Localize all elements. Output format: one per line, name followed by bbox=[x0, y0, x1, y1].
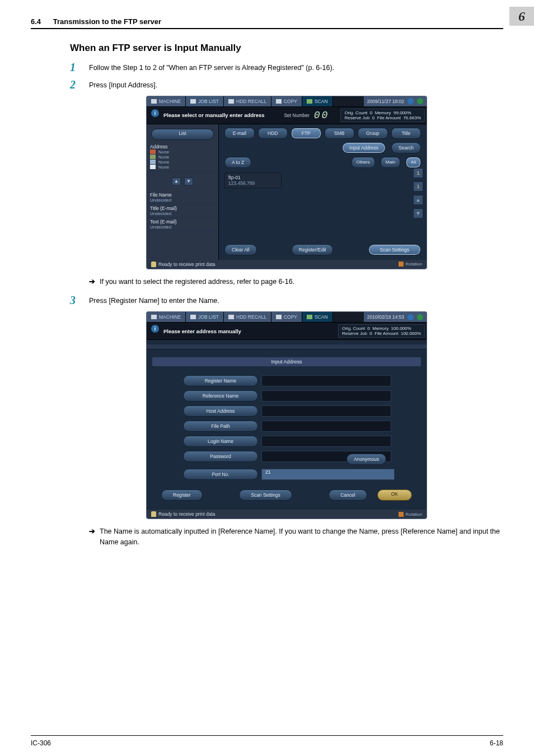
tab-machine[interactable]: MACHINE bbox=[147, 96, 186, 106]
set-number: Set Number 00 bbox=[284, 107, 340, 124]
tab-hdd-recall[interactable]: HDD RECALL bbox=[224, 96, 271, 106]
list-icon bbox=[190, 99, 196, 104]
port-no-field[interactable]: 21 bbox=[261, 469, 395, 480]
scan-settings-button[interactable]: Scan Settings bbox=[368, 244, 421, 255]
tab-joblist[interactable]: JOB LIST bbox=[186, 312, 224, 322]
tab-hdd[interactable]: HDD bbox=[258, 128, 288, 139]
page-down-button[interactable]: ▼ bbox=[413, 208, 423, 218]
tab-group[interactable]: Group bbox=[358, 128, 388, 139]
filter-all[interactable]: All bbox=[406, 157, 421, 168]
file-path-button[interactable]: File Path bbox=[183, 421, 258, 432]
section-heading: 6.4 Transmission to the FTP server bbox=[31, 17, 161, 26]
filter-main[interactable]: Main bbox=[381, 157, 400, 168]
ok-button[interactable]: OK bbox=[377, 489, 412, 501]
sidebar-address: Address None None None None bbox=[147, 142, 218, 172]
list-button[interactable]: List bbox=[151, 129, 214, 140]
help-icon[interactable] bbox=[417, 314, 423, 320]
rotation-indicator: Rotation bbox=[399, 512, 422, 517]
clock-area: 2009/11/27 18:02 bbox=[364, 96, 427, 106]
up-button[interactable]: ▲ bbox=[172, 178, 181, 185]
register-button[interactable]: Register bbox=[161, 489, 203, 501]
right-pane: E-mail HDD FTP SMB Group Title Input Add… bbox=[219, 124, 427, 260]
address-card-name: ftp-01 bbox=[228, 175, 278, 180]
port-no-button[interactable]: Port No. bbox=[183, 469, 258, 480]
address-card[interactable]: ftp-01 123.456.789 bbox=[224, 172, 282, 188]
tab-copy[interactable]: COPY bbox=[271, 96, 302, 106]
mail-icon bbox=[150, 150, 156, 154]
arrow-icon: ➔ bbox=[89, 526, 95, 536]
input-address-button[interactable]: Input Address bbox=[342, 142, 386, 153]
clock-text: 2009/11/27 18:02 bbox=[367, 99, 404, 104]
power-icon[interactable] bbox=[407, 98, 414, 104]
bottom-bar: Register Scan Settings Cancel OK bbox=[152, 484, 421, 503]
scan-icon bbox=[307, 315, 312, 319]
register-name-field[interactable] bbox=[261, 375, 391, 386]
clear-all-button[interactable]: Clear All bbox=[224, 244, 257, 255]
screenshot-input-address: MACHINE JOB LIST HDD RECALL COPY SCAN 20… bbox=[147, 312, 427, 519]
scan-settings-button[interactable]: Scan Settings bbox=[239, 489, 292, 501]
register-edit-button[interactable]: Register/Edit bbox=[292, 244, 334, 255]
page-up-button[interactable]: ▲ bbox=[413, 195, 423, 205]
tab-hdd-recall[interactable]: HDD RECALL bbox=[224, 312, 271, 322]
step-2: 2 Press [Input Address]. bbox=[70, 79, 503, 91]
login-name-field[interactable] bbox=[261, 436, 391, 447]
step-2-note: ➔ If you want to select the registered a… bbox=[89, 277, 503, 287]
info-bar: i Please enter address manually Orig. Co… bbox=[147, 323, 427, 340]
status-text: Ready to receive print data bbox=[158, 262, 216, 267]
filter-others[interactable]: Others bbox=[352, 157, 375, 168]
arrow-icon: ➔ bbox=[89, 277, 95, 287]
title-bar: MACHINE JOB LIST HDD RECALL COPY SCAN 20… bbox=[147, 312, 427, 323]
destination-type-tabs: E-mail HDD FTP SMB Group Title bbox=[224, 128, 421, 139]
host-address-field[interactable] bbox=[261, 405, 391, 417]
step-3: 3 Press [Register Name] to enter the Nam… bbox=[70, 295, 503, 306]
tab-smb[interactable]: SMB bbox=[325, 128, 355, 139]
sidebar-filename: File NameUndecided bbox=[147, 191, 218, 204]
reference-name-field[interactable] bbox=[261, 390, 391, 402]
step-text: Follow the Step 1 to 2 of "When an FTP s… bbox=[89, 63, 503, 73]
info-text: Please select or manually enter address bbox=[163, 107, 284, 124]
page-indicator-bottom: 1 bbox=[413, 181, 423, 192]
machine-icon bbox=[151, 315, 157, 319]
panel-title: Input Address bbox=[152, 357, 421, 366]
search-button[interactable]: Search bbox=[391, 142, 421, 153]
status-bar: Ready to receive print data Rotation bbox=[147, 510, 427, 519]
step-number: 2 bbox=[70, 79, 80, 91]
sidebar-title: Title (E-mail)Undecided bbox=[147, 204, 218, 218]
file-path-field[interactable] bbox=[261, 421, 391, 432]
scan-icon bbox=[307, 99, 312, 104]
help-icon[interactable] bbox=[417, 98, 423, 104]
status-text: Ready to receive print data bbox=[158, 511, 216, 517]
filter-atoz[interactable]: A to Z bbox=[224, 157, 251, 168]
down-button[interactable]: ▼ bbox=[184, 178, 193, 185]
anonymous-button[interactable]: Anonymous bbox=[346, 454, 386, 465]
section-number: 6.4 bbox=[31, 17, 41, 26]
register-name-button[interactable]: Register Name bbox=[183, 375, 258, 386]
sidebar-text: Text (E-mail)Undecided bbox=[147, 218, 218, 231]
smb-small-icon bbox=[150, 165, 156, 169]
cancel-button[interactable]: Cancel bbox=[329, 489, 367, 501]
power-icon[interactable] bbox=[407, 314, 414, 320]
tab-copy[interactable]: COPY bbox=[271, 312, 302, 322]
footer-left: IC-306 bbox=[31, 739, 51, 747]
tab-ftp[interactable]: FTP bbox=[291, 128, 321, 139]
tab-email[interactable]: E-mail bbox=[224, 128, 255, 139]
address-card-ip: 123.456.789 bbox=[228, 180, 278, 186]
tab-joblist[interactable]: JOB LIST bbox=[186, 96, 224, 106]
login-name-button[interactable]: Login Name bbox=[183, 436, 258, 447]
step-text: Press [Input Address]. bbox=[89, 80, 503, 91]
chapter-number: 6 bbox=[518, 9, 525, 24]
form: Register Name Reference Name Host Addres… bbox=[183, 375, 421, 480]
tab-title[interactable]: Title bbox=[391, 128, 421, 139]
reference-name-button[interactable]: Reference Name bbox=[183, 390, 258, 402]
step-1: 1 Follow the Step 1 to 2 of "When an FTP… bbox=[70, 62, 503, 73]
footer-right: 6-18 bbox=[490, 739, 503, 747]
tab-scan[interactable]: SCAN bbox=[302, 96, 333, 106]
tab-machine[interactable]: MACHINE bbox=[147, 312, 186, 322]
lock-icon bbox=[151, 511, 156, 517]
host-address-button[interactable]: Host Address bbox=[183, 405, 258, 417]
hdd-icon bbox=[228, 99, 234, 104]
password-button[interactable]: Password bbox=[183, 451, 258, 462]
tab-scan[interactable]: SCAN bbox=[302, 312, 333, 322]
chapter-badge: 6 bbox=[509, 7, 534, 26]
machine-icon bbox=[151, 99, 157, 104]
